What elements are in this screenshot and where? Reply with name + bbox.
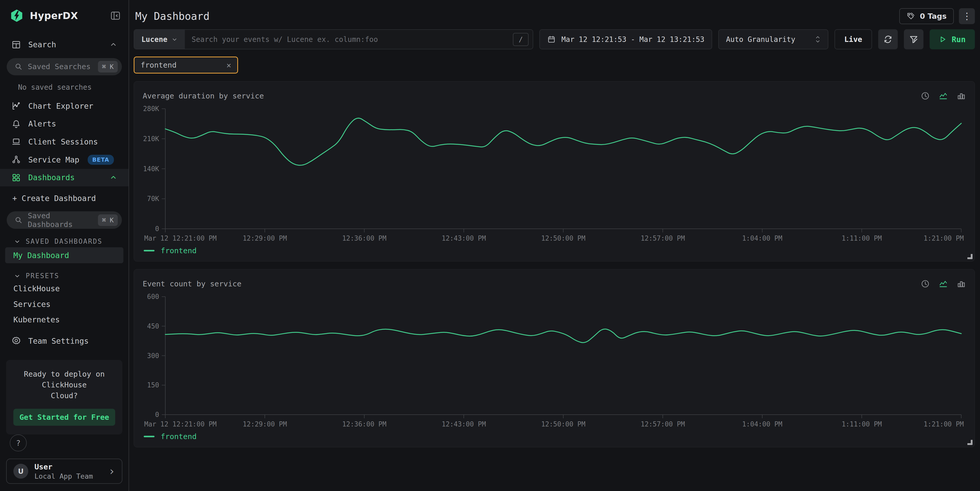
- chevron-down-icon: [14, 272, 21, 279]
- legend-series-label[interactable]: frontend: [161, 432, 197, 441]
- sidebar-item-services[interactable]: Services: [5, 297, 123, 311]
- line-chart-icon[interactable]: [939, 91, 948, 100]
- svg-text:300: 300: [147, 352, 159, 360]
- laptop-icon: [11, 137, 21, 146]
- svg-text:12:36:00 PM: 12:36:00 PM: [342, 420, 387, 428]
- svg-text:0: 0: [155, 411, 159, 418]
- filter-icon: [909, 35, 918, 44]
- chart-legend: frontend: [144, 432, 966, 441]
- sidebar-item-dashboards[interactable]: Dashboards: [0, 169, 129, 186]
- bar-chart-icon[interactable]: [957, 279, 966, 288]
- svg-text:210K: 210K: [143, 135, 159, 143]
- chevron-up-icon[interactable]: [110, 174, 117, 181]
- sidebar-item-my-dashboard[interactable]: My Dashboard: [5, 247, 123, 263]
- line-chart[interactable]: 070K140K210K280KMar 12 12:21:00 PM12:29:…: [143, 103, 966, 244]
- sidebar-item-service-map[interactable]: Service Map BETA: [0, 151, 129, 168]
- card-resize-handle[interactable]: [967, 254, 972, 259]
- chart-explorer-icon: [11, 101, 21, 111]
- avatar: U: [13, 464, 28, 479]
- clock-icon[interactable]: [921, 91, 930, 100]
- calendar-icon: [547, 35, 556, 44]
- svg-text:70K: 70K: [147, 195, 159, 203]
- dashboards-icon: [11, 173, 21, 183]
- saved-searches-input[interactable]: Saved Searches ⌘ K: [7, 58, 122, 76]
- svg-text:280K: 280K: [143, 105, 159, 113]
- filter-button[interactable]: [904, 29, 923, 49]
- service-filter-chip[interactable]: frontend ✕: [134, 57, 238, 73]
- svg-text:Mar 12 12:21:00 PM: Mar 12 12:21:00 PM: [144, 234, 217, 242]
- refresh-button[interactable]: [878, 29, 898, 49]
- svg-text:1:11:00 PM: 1:11:00 PM: [842, 234, 882, 242]
- card-resize-handle[interactable]: [967, 440, 972, 445]
- legend-swatch: [144, 436, 154, 437]
- user-team: Local App Team: [35, 472, 102, 480]
- list-item-label: Services: [13, 300, 51, 309]
- sidebar: HyperDX Search Saved Searches ⌘ K No sav…: [0, 0, 129, 491]
- tags-button[interactable]: 0 Tags: [899, 8, 954, 24]
- presets-section-header[interactable]: PRESETS: [14, 272, 129, 280]
- logo-row: HyperDX: [0, 0, 129, 22]
- line-chart[interactable]: 0150300450600Mar 12 12:21:00 PM12:29:00 …: [143, 291, 966, 429]
- tags-button-label: 0 Tags: [920, 12, 947, 21]
- list-item-label: My Dashboard: [13, 251, 69, 260]
- svg-text:12:50:00 PM: 12:50:00 PM: [541, 234, 585, 242]
- sidebar-collapse-icon[interactable]: [110, 10, 121, 21]
- close-icon[interactable]: ✕: [226, 61, 231, 70]
- svg-text:12:50:00 PM: 12:50:00 PM: [541, 420, 585, 428]
- svg-text:600: 600: [147, 293, 159, 300]
- sidebar-item-alerts[interactable]: Alerts: [0, 115, 129, 133]
- main-content: My Dashboard 0 Tags ⋮ Lucene /: [129, 0, 980, 491]
- table-icon: [11, 40, 21, 49]
- sidebar-item-search[interactable]: Search: [0, 36, 129, 54]
- get-started-button[interactable]: Get Started for Free: [13, 409, 115, 426]
- query-language-select[interactable]: Lucene: [134, 30, 185, 49]
- chart-card-header: Average duration by service: [143, 89, 966, 103]
- filter-chip-row: frontend ✕: [134, 57, 975, 73]
- svg-text:1:04:00 PM: 1:04:00 PM: [742, 234, 783, 242]
- cmd-k-shortcut: ⌘ K: [98, 61, 118, 73]
- time-range-picker[interactable]: Mar 12 12:21:53 - Mar 12 13:21:53: [539, 29, 712, 49]
- user-menu[interactable]: U User Local App Team ›: [6, 459, 123, 484]
- sidebar-item-kubernetes[interactable]: Kubernetes: [5, 313, 123, 327]
- sidebar-item-client-sessions[interactable]: Client Sessions: [0, 133, 129, 151]
- page-title: My Dashboard: [134, 10, 899, 22]
- search-input[interactable]: [185, 35, 513, 44]
- create-dashboard-button[interactable]: + Create Dashboard: [0, 190, 129, 207]
- svg-text:12:29:00 PM: 12:29:00 PM: [243, 234, 287, 242]
- line-chart-icon[interactable]: [939, 279, 948, 288]
- legend-series-label[interactable]: frontend: [161, 246, 197, 255]
- sidebar-item-clickhouse[interactable]: ClickHouse: [5, 282, 123, 296]
- chart-title: Event count by service: [143, 280, 921, 288]
- bar-chart-icon[interactable]: [957, 91, 966, 100]
- sidebar-item-team-settings[interactable]: Team Settings: [0, 332, 129, 350]
- sidebar-item-label: Team Settings: [28, 337, 89, 345]
- sidebar-item-label: Client Sessions: [28, 137, 98, 146]
- cmd-k-shortcut: ⌘ K: [98, 215, 118, 226]
- granularity-value: Auto Granularity: [726, 35, 795, 44]
- clock-icon[interactable]: [921, 279, 930, 288]
- tag-icon: [907, 12, 915, 21]
- run-button[interactable]: Run: [930, 29, 975, 49]
- chevron-up-icon[interactable]: [110, 41, 117, 49]
- create-dashboard-label: + Create Dashboard: [12, 194, 96, 203]
- event-search-bar[interactable]: Lucene /: [134, 29, 533, 49]
- saved-dashboards-section-header[interactable]: SAVED DASHBOARDS: [14, 238, 129, 245]
- service-map-icon: [11, 155, 21, 165]
- svg-text:0: 0: [155, 225, 159, 233]
- sidebar-item-label: Search: [28, 40, 56, 49]
- clickhouse-cloud-promo-card: Ready to deploy on ClickHouseCloud? Get …: [6, 360, 123, 434]
- saved-dashboards-input[interactable]: Saved Dashboards ⌘ K: [7, 211, 122, 229]
- dashboard-menu-button[interactable]: ⋮: [959, 8, 975, 24]
- svg-text:1:21:00 PM: 1:21:00 PM: [923, 234, 964, 242]
- sidebar-item-chart-explorer[interactable]: Chart Explorer: [0, 97, 129, 114]
- chart-card-avg-duration: Average duration by service 070K140K210K…: [134, 81, 975, 261]
- logo-text: HyperDX: [30, 10, 104, 21]
- granularity-select[interactable]: Auto Granularity: [718, 29, 828, 49]
- list-item-label: Kubernetes: [13, 315, 60, 324]
- page-header: My Dashboard 0 Tags ⋮: [134, 7, 975, 25]
- live-button[interactable]: Live: [835, 29, 872, 49]
- svg-text:12:43:00 PM: 12:43:00 PM: [442, 420, 486, 428]
- section-header-label: PRESETS: [26, 272, 59, 280]
- help-button[interactable]: ?: [10, 434, 27, 451]
- help-icon: ?: [16, 439, 21, 448]
